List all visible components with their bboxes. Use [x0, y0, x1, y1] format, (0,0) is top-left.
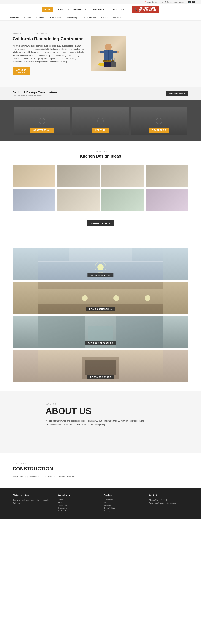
facebook-icon[interactable]: f	[192, 1, 195, 4]
kitchen-card-5[interactable]	[12, 189, 55, 211]
service-card-construction[interactable]: CONSTRUCTION	[14, 107, 70, 135]
phone-number: (916) 479-4442	[139, 9, 156, 12]
svg-point-6	[98, 51, 100, 54]
gallery-bathroom-remodeling[interactable]: BATHROOM REMODELING	[12, 316, 189, 348]
consult-start-btn[interactable]: Let's start now! »	[166, 91, 189, 96]
kitchen-card-4[interactable]	[146, 165, 189, 187]
svg-line-15	[113, 58, 113, 62]
subnav-crown-molding[interactable]: Crown Molding	[46, 15, 64, 20]
subnav-kitchen[interactable]: Kitchen	[22, 15, 33, 20]
kc-placeholder-4	[146, 165, 189, 187]
footer-links-heading: Quick Links	[58, 494, 97, 496]
view-service-btn[interactable]: View our Service »	[87, 220, 114, 226]
subnav-painting[interactable]: Painting Services	[79, 15, 99, 20]
nav-home-btn[interactable]: HOME	[42, 7, 53, 12]
request-quote-btn[interactable]: 📞 REQUEST A QUOTE (916) 479-4442	[132, 6, 159, 13]
kitchen-card-6[interactable]	[57, 189, 100, 211]
about-us-desc: We are a family owned and operated busin…	[45, 419, 156, 426]
footer: CG Construction Quality remodeling and c…	[0, 488, 201, 519]
covered-ceilings-label: COVERED CEILINGS	[87, 273, 113, 277]
hero-btn-sub: Read more	[16, 72, 26, 73]
view-service-label: View our Service	[91, 222, 107, 224]
footer-link-contact[interactable]: Contact Us	[58, 510, 97, 512]
subnav-fireplace[interactable]: Fireplace	[111, 15, 123, 20]
location-icon: 📍	[144, 1, 146, 3]
footer-link-commercial[interactable]: Commercial	[58, 507, 97, 509]
kitchen-remodeling-img: KITCHEN REMODELING	[12, 282, 189, 314]
gallery-kitchen-remodeling[interactable]: KITCHEN REMODELING	[12, 282, 189, 314]
footer-link-home[interactable]: Home	[58, 498, 97, 500]
hero-image-placeholder	[91, 36, 126, 70]
kitchen-title-bold: Kitchen Design	[80, 154, 110, 158]
footer-link-residential[interactable]: Residential	[58, 504, 97, 506]
kitchen-card-1[interactable]	[12, 165, 55, 187]
consult-title: Set Up A Design Consultation	[12, 90, 57, 94]
kc-placeholder-7	[101, 189, 144, 211]
footer-contact-email: Email: info@cgconstructionca.com	[149, 502, 189, 505]
subnav-wainscoting[interactable]: Wainscoting	[64, 15, 79, 20]
kitchen-section: FRESH INSPIRED Kitchen Design Ideas View…	[0, 141, 201, 245]
email-icon: ✉	[162, 1, 163, 3]
hero-description: We are a family owned and operated busin…	[12, 44, 85, 64]
service-card-remodeling[interactable]: REMODELING	[131, 107, 187, 135]
hero-text: California Remodeling Contractor We are …	[12, 36, 85, 75]
construction-label: CONSTRUCTION	[30, 128, 53, 132]
footer-col-services: Services Construction Kitchen Bathroom C…	[104, 494, 143, 513]
footer-col-contact: Contact Phone: (916) 479-4442 Email: inf…	[149, 494, 189, 513]
nav-contact-link[interactable]: CONTACT US	[111, 8, 124, 11]
kitchen-card-2[interactable]	[57, 165, 100, 187]
footer-service-crown[interactable]: Crown Molding	[104, 507, 143, 509]
consult-btn-arrow: »	[184, 92, 185, 95]
email-label: info@cgconstructionca.com	[164, 1, 185, 3]
top-bar: 📍 Areas Served ▾ ✉ info@cgconstructionca…	[0, 0, 201, 4]
subnav-flooring[interactable]: Flooring	[99, 15, 111, 20]
footer-service-painting[interactable]: Painting	[104, 510, 143, 512]
subnav-more[interactable]: ···	[123, 15, 130, 20]
svg-rect-38	[85, 360, 116, 376]
kitchen-card-7[interactable]	[101, 189, 144, 211]
main-nav: HOME ABOUT US RESIDENTIAL COMMERCIAL CON…	[0, 4, 201, 15]
view-service-wrap: View our Service »	[12, 216, 189, 231]
nav-commercial-link[interactable]: COMMERCIAL	[92, 8, 106, 11]
footer-service-construction[interactable]: Construction	[104, 498, 143, 500]
svg-rect-19	[104, 62, 108, 68]
request-label: REQUEST A QUOTE	[139, 7, 156, 9]
svg-point-3	[105, 44, 112, 50]
hero-about-btn[interactable]: ABOUT US Read more	[12, 67, 30, 75]
service-card-painting[interactable]: PAINTING	[72, 107, 128, 135]
nav-about-link[interactable]: ABOUT US	[58, 8, 69, 11]
about-us-title: ABOUT US	[45, 406, 156, 416]
email-item[interactable]: ✉ info@cgconstructionca.com	[162, 1, 185, 3]
footer-brand-heading: CG Construction	[12, 494, 52, 496]
about-us-section: ABOUT US ABOUT US We are a family owned …	[0, 390, 201, 454]
footer-col-brand: CG Construction Quality remodeling and c…	[12, 494, 52, 513]
gallery-fireplace-stone[interactable]: FIREPLACE & STONE	[12, 350, 189, 382]
subnav-bathroom[interactable]: Bathroom	[33, 15, 46, 20]
kc-placeholder-5	[12, 189, 55, 211]
footer-service-kitchen[interactable]: Kitchen	[104, 502, 143, 503]
kitchen-card-8[interactable]	[146, 189, 189, 211]
hero-section: FRIENDLY 24/7 CUSTOMER SERVICE Californi…	[0, 21, 201, 87]
construction-title: CONSTRUCTION	[12, 466, 189, 472]
services-section: CONSTRUCTION PAINTING REMODELING	[0, 100, 201, 141]
construction-desc: We provide top quality construction serv…	[12, 475, 189, 478]
svg-rect-22	[38, 261, 163, 262]
nav-residential-link[interactable]: RESIDENTIAL	[73, 8, 87, 11]
kc-placeholder-3	[101, 165, 144, 187]
fireplace-stone-img: FIREPLACE & STONE	[12, 350, 189, 382]
hero-title: California Remodeling Contractor	[12, 36, 85, 42]
instagram-icon[interactable]: 📷	[188, 1, 191, 4]
svg-rect-23	[69, 248, 132, 261]
gallery-covered-ceilings[interactable]: COVERED CEILINGS	[12, 248, 189, 280]
kitchen-card-3[interactable]	[101, 165, 144, 187]
svg-point-31	[145, 295, 150, 301]
kitchen-grid-bottom	[12, 189, 189, 211]
footer-contact-heading: Contact	[149, 494, 189, 496]
subnav-construction[interactable]: Construction	[6, 15, 22, 20]
painting-inner: PAINTING	[72, 110, 128, 135]
footer-service-bathroom[interactable]: Bathroom	[104, 504, 143, 506]
footer-link-about[interactable]: About Us	[58, 502, 97, 503]
svg-rect-9	[104, 60, 107, 62]
construction-section: OUR SERVICES CONSTRUCTION We provide top…	[0, 454, 201, 488]
svg-point-29	[82, 295, 88, 301]
